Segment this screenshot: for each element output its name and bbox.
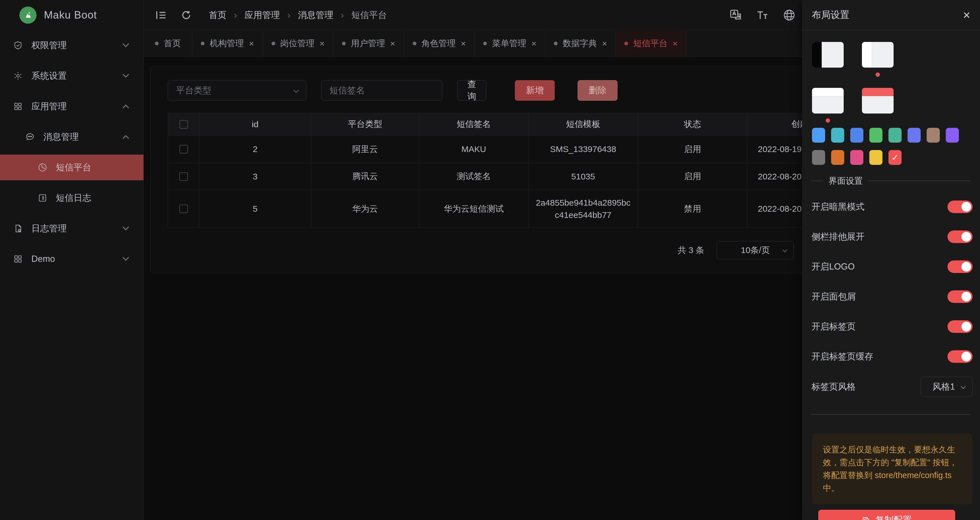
cell-template: 51035 [528, 163, 638, 190]
list-icon [38, 193, 47, 203]
breadcrumb-item[interactable]: 首页 [209, 9, 226, 21]
row-checkbox[interactable] [180, 145, 188, 153]
translate-icon[interactable] [729, 8, 742, 22]
platform-type-select[interactable]: 平台类型 [168, 80, 306, 101]
cell-template: SMS_133976438 [528, 135, 638, 163]
sidebar-item-6[interactable]: 短信日志 [0, 185, 143, 211]
layout-option-red-topbar[interactable] [862, 88, 894, 122]
tab-style-select[interactable]: 风格1 [921, 377, 973, 397]
select-all-checkbox-cell [168, 113, 199, 135]
theme-color-swatch[interactable] [831, 150, 844, 165]
chevron-down-icon [293, 87, 299, 93]
breadcrumb-item: 短信平台 [352, 9, 387, 21]
layout-option-light-sidebar[interactable] [862, 42, 894, 77]
globe-icon[interactable] [783, 8, 796, 22]
option-label: 开启暗黑模式 [811, 201, 864, 213]
sidebar-item-8[interactable]: Demo [0, 246, 143, 272]
sidebar-item-2[interactable]: 系统设置 [0, 63, 143, 89]
sidebar-item-4[interactable]: 消息管理 [0, 124, 143, 150]
tab-close-icon[interactable]: × [390, 39, 395, 48]
collapse-menu-icon[interactable] [154, 8, 168, 22]
logo-mountain-icon [19, 6, 37, 24]
tab-close-icon[interactable]: × [320, 39, 325, 48]
breadcrumb-item[interactable]: 消息管理 [298, 9, 333, 21]
option-label: 开启LOGO [811, 261, 855, 273]
refresh-icon[interactable] [180, 9, 192, 21]
tab-close-icon[interactable]: × [249, 39, 254, 48]
sidebar-item-3[interactable]: 应用管理 [0, 94, 143, 119]
tab-菜单管理[interactable]: 菜单管理× [475, 30, 545, 56]
theme-color-swatch[interactable] [850, 150, 863, 165]
tab-close-icon[interactable]: × [673, 39, 678, 48]
sidebar-item-7[interactable]: 日志管理 [0, 216, 143, 241]
tab-close-icon[interactable]: × [602, 39, 607, 48]
sidebar-item-1[interactable]: 权限管理 [0, 32, 143, 58]
breadcrumb-item[interactable]: 应用管理 [245, 9, 280, 21]
breadcrumb-separator: › [234, 10, 237, 21]
tab-角色管理[interactable]: 角色管理× [404, 30, 475, 56]
light-sidebar-thumbnail[interactable] [862, 42, 894, 68]
sidebar-menu: 权限管理系统设置应用管理消息管理短信平台短信日志日志管理Demo [0, 30, 143, 272]
layout-option-light-topbar[interactable] [812, 88, 844, 122]
toggle-switch[interactable] [948, 231, 973, 243]
toggle-switch[interactable] [948, 290, 973, 303]
option-row: 开启LOGO [811, 251, 973, 281]
toggle-switch[interactable] [948, 320, 973, 333]
theme-color-swatch[interactable] [831, 128, 844, 143]
app-root: { "app": { "title": "Maku Boot" }, "head… [0, 0, 980, 520]
breadcrumb-separator: › [287, 10, 290, 21]
font-size-icon[interactable] [756, 8, 769, 22]
row-checkbox[interactable] [180, 205, 188, 213]
tab-dot [272, 41, 275, 45]
tab-close-icon[interactable]: × [461, 39, 466, 48]
theme-color-swatch[interactable] [888, 128, 902, 143]
layout-option-dark-sidebar[interactable] [812, 42, 844, 77]
sidebar-item-5[interactable]: 短信平台 [0, 154, 143, 180]
sidebar-item-label: 日志管理 [31, 223, 67, 234]
toggle-switch[interactable] [948, 261, 973, 273]
tab-数据字典[interactable]: 数据字典× [545, 30, 616, 56]
tab-用户管理[interactable]: 用户管理× [333, 30, 404, 56]
theme-color-swatch[interactable] [869, 150, 883, 165]
filter-row: 平台类型 查询 新增 删除 [168, 80, 617, 101]
dark-sidebar-thumbnail[interactable] [812, 42, 844, 68]
sidebar-item-label: 权限管理 [31, 39, 67, 51]
theme-color-swatch[interactable] [812, 128, 825, 143]
tab-岗位管理[interactable]: 岗位管理× [263, 30, 334, 56]
interface-options: 开启暗黑模式侧栏排他展开开启LOGO开启面包屑开启标签页开启标签页缓存标签页风格… [811, 192, 973, 402]
theme-color-swatch[interactable]: ✓ [888, 150, 902, 165]
theme-color-swatch[interactable] [946, 128, 959, 143]
close-icon[interactable]: × [963, 9, 970, 21]
theme-color-swatch[interactable] [908, 128, 921, 143]
column-header: 状态 [638, 113, 747, 135]
tab-label: 机构管理 [210, 38, 244, 49]
cell-id: 2 [199, 135, 311, 163]
tab-首页[interactable]: 首页 [144, 30, 192, 56]
theme-color-swatch[interactable] [812, 150, 825, 165]
red-topbar-thumbnail[interactable] [862, 88, 894, 113]
theme-color-swatch[interactable] [869, 128, 883, 143]
layout-thumbnails [812, 42, 894, 122]
select-all-checkbox[interactable] [180, 120, 188, 129]
cell-platform: 阿里云 [311, 135, 419, 163]
light-topbar-thumbnail[interactable] [812, 88, 844, 113]
theme-color-swatch[interactable] [927, 128, 940, 143]
tab-机构管理[interactable]: 机构管理× [192, 30, 263, 56]
tab-label: 菜单管理 [492, 38, 526, 49]
toggle-switch[interactable] [948, 200, 973, 213]
delete-button[interactable]: 删除 [578, 80, 617, 101]
sidebar: Maku Boot 权限管理系统设置应用管理消息管理短信平台短信日志日志管理De… [0, 0, 144, 520]
sms-sign-input[interactable] [321, 80, 442, 101]
tab-dot [554, 41, 558, 45]
page-size-select[interactable]: 10条/页 [717, 241, 794, 259]
option-row: 侧栏排他展开 [811, 222, 973, 251]
option-row: 开启标签页 [811, 312, 973, 342]
toggle-switch[interactable] [948, 350, 973, 363]
tab-短信平台[interactable]: 短信平台× [616, 30, 687, 56]
theme-color-swatch[interactable] [850, 128, 863, 143]
query-button[interactable]: 查询 [457, 80, 486, 101]
copy-config-button[interactable]: 复制配置 [818, 510, 955, 520]
row-checkbox[interactable] [180, 172, 188, 181]
tab-close-icon[interactable]: × [531, 39, 536, 48]
add-button[interactable]: 新增 [515, 80, 555, 101]
